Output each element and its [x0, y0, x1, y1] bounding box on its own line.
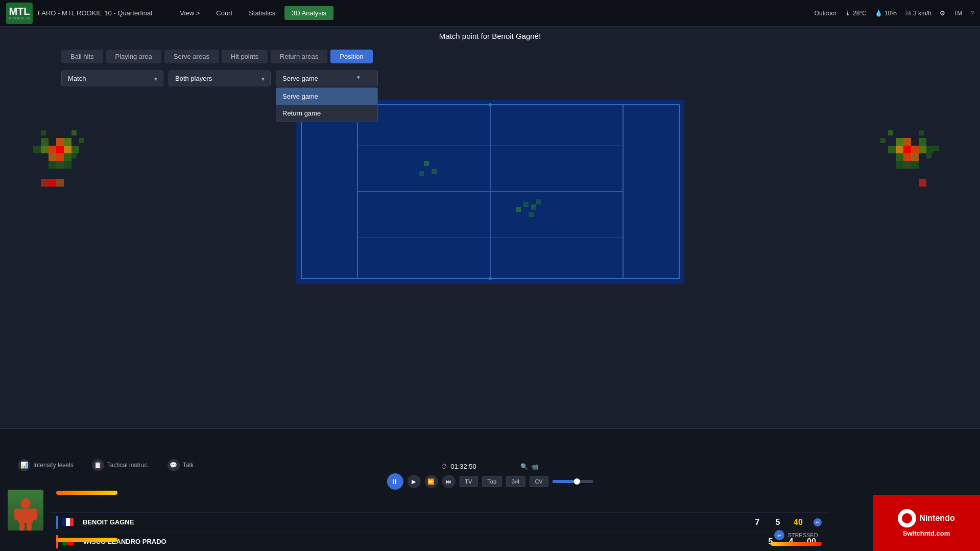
svg-rect-15	[56, 153, 64, 161]
camera-icon: 📹	[531, 463, 539, 470]
svg-rect-34	[911, 146, 919, 153]
dropdown-item-return-game[interactable]: Return game	[276, 105, 377, 122]
svg-rect-28	[56, 179, 64, 187]
skip-forward-button[interactable]: ⏭	[442, 475, 455, 488]
intensity-bar-left	[56, 491, 117, 495]
player1-name: BENOIT GAGNE	[83, 518, 747, 526]
svg-rect-39	[919, 146, 926, 153]
switch-logo-inner	[902, 513, 912, 523]
svg-rect-37	[903, 153, 911, 161]
play-button[interactable]: ▶	[407, 475, 420, 488]
talk-label: Talk	[183, 462, 194, 469]
svg-rect-42	[896, 153, 903, 161]
temperature: 🌡 28°C	[845, 10, 867, 17]
svg-rect-14	[64, 146, 71, 153]
switch-banner: Nintendo Switchntd.com	[873, 495, 980, 551]
cv-view-btn[interactable]: CV	[529, 476, 548, 487]
svg-rect-67	[27, 523, 32, 531]
tab-serve-areas[interactable]: Serve areas	[164, 50, 219, 63]
player2-intensity-bar	[56, 538, 117, 542]
svg-rect-47	[896, 161, 903, 169]
switch-logo-circle	[898, 509, 916, 527]
stress-label: STRESSED	[787, 532, 818, 538]
left-heatmap	[26, 100, 169, 253]
stress-row: ↩ STRESSED	[774, 530, 818, 540]
nav-links: View > Court Statistics 3D Analysis	[173, 6, 333, 20]
player1-active-dot: ↩	[814, 518, 822, 526]
humidity-icon: 💧	[875, 10, 882, 17]
svg-rect-16	[49, 153, 56, 161]
playback-container: ⏱ 01:32:50 🔍 📹 ⏸ ▶ ⏩ ⏭ TV Top 3/4 CV	[387, 463, 593, 490]
tab-position[interactable]: Position	[330, 50, 372, 63]
weather-type: Outdoor	[815, 10, 836, 17]
switch-logo-row: Nintendo	[898, 509, 954, 527]
svg-rect-32	[41, 130, 46, 135]
tab-return-areas[interactable]: Return areas	[271, 50, 327, 63]
svg-rect-25	[64, 161, 71, 169]
tab-hit-points[interactable]: Hit points	[222, 50, 268, 63]
svg-rect-63	[18, 509, 33, 523]
talk-btn[interactable]: 💬 Talk	[168, 459, 194, 471]
tactical-btn[interactable]: 📋 Tactical instruc.	[92, 459, 149, 471]
court-wrapper	[296, 100, 684, 284]
player1-set1: 7	[747, 518, 768, 527]
stress-container: ↩ STRESSED	[771, 530, 822, 546]
logo-text: MTL	[9, 6, 30, 16]
humidity-value: 10%	[885, 10, 897, 17]
intensity-icon: 📊	[18, 459, 30, 471]
top-nav: MTL ROOKIE 10 FARO - MTL ROOKIE 10 - Qua…	[0, 0, 980, 27]
svg-point-62	[20, 498, 31, 509]
timer-icon: ⏱	[441, 463, 447, 470]
svg-rect-18	[64, 138, 71, 146]
player1-game: 40	[788, 518, 808, 527]
tactical-label: Tactical instruc.	[107, 462, 149, 469]
svg-rect-40	[896, 138, 903, 146]
svg-rect-31	[71, 153, 77, 158]
fast-forward-button[interactable]: ⏩	[424, 475, 438, 488]
talk-icon: 💬	[168, 459, 180, 471]
svg-rect-19	[71, 146, 79, 153]
top-view-btn[interactable]: Top	[482, 476, 502, 487]
svg-rect-17	[41, 146, 49, 153]
players-dropdown[interactable]: Both players Benoit Gagne Vasco Leandro …	[169, 71, 271, 86]
player-figure	[10, 497, 41, 531]
logo-area: MTL ROOKIE 10 FARO - MTL ROOKIE 10 - Qua…	[6, 3, 152, 24]
game-type-dropdown-btn[interactable]: Serve game ▼	[276, 71, 378, 86]
svg-rect-53	[934, 146, 939, 151]
humidity: 💧 10%	[875, 10, 897, 17]
tab-playing-area[interactable]: Playing area	[106, 50, 161, 63]
search-icon[interactable]: 🔍	[520, 463, 528, 470]
svg-rect-35	[903, 138, 911, 146]
pause-button[interactable]: ⏸	[387, 473, 403, 490]
svg-point-9	[489, 103, 492, 106]
help-icon[interactable]: ?	[970, 10, 974, 17]
stress-icon: ↩	[774, 530, 784, 540]
timer-row: ⏱ 01:32:50 🔍 📹	[441, 463, 539, 470]
progress-fill	[553, 480, 577, 483]
bottom-controls-row: 📊 Intensity levels 📋 Tactical instruc. 💬…	[8, 456, 204, 474]
nav-statistics[interactable]: Statistics	[242, 6, 282, 20]
svg-rect-36	[896, 146, 903, 153]
progress-thumb	[574, 478, 580, 485]
svg-rect-27	[41, 179, 49, 187]
match-dropdown[interactable]: Match Set 1 Set 2 Set 3	[61, 71, 163, 86]
dropdown-item-serve-game[interactable]: Serve game	[276, 88, 377, 105]
tab-ball-hits[interactable]: Ball hits	[61, 50, 103, 63]
three-quarter-view-btn[interactable]: 3/4	[506, 476, 525, 487]
player-avatar-placeholder	[8, 490, 43, 531]
settings-icon[interactable]: ⚙	[940, 10, 945, 17]
intensity-label: Intensity levels	[33, 462, 74, 469]
svg-rect-48	[919, 179, 926, 187]
bottom-panel: 📊 Intensity levels 📋 Tactical instruc. 💬…	[0, 428, 980, 551]
timer-display: 01:32:50	[450, 463, 476, 470]
nav-3d-analysis[interactable]: 3D Analysis	[284, 6, 333, 20]
progress-slider[interactable]	[553, 480, 593, 483]
nav-view[interactable]: View >	[173, 6, 207, 20]
intensity-levels-btn[interactable]: 📊 Intensity levels	[18, 459, 74, 471]
svg-rect-33	[903, 146, 911, 153]
tv-view-btn[interactable]: TV	[459, 476, 477, 487]
player1-flag	[62, 518, 74, 526]
logo-sub: ROOKIE 10	[9, 16, 30, 20]
nav-court[interactable]: Court	[209, 6, 240, 20]
player2-row: VASCO LEANDRO PRADO 5 4 00	[51, 532, 827, 551]
